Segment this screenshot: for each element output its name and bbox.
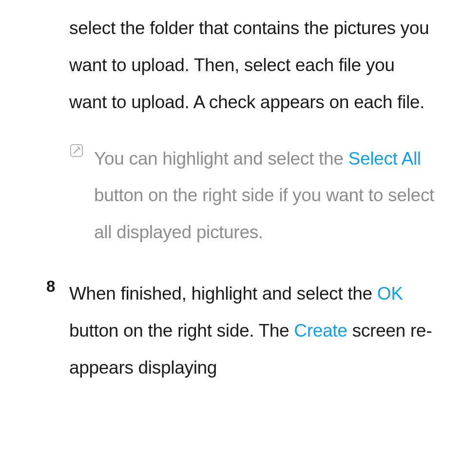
- note-part1: You can highlight and select the: [94, 149, 349, 169]
- step-text: When finished, highlight and select the …: [69, 275, 442, 386]
- note-text: You can highlight and select the Select …: [94, 140, 444, 251]
- note-part2: button on the right side if you want to …: [94, 185, 434, 242]
- svg-line-1: [74, 148, 79, 153]
- instruction-paragraph: select the folder that contains the pict…: [69, 10, 436, 121]
- step-number: 8: [46, 277, 55, 296]
- note-icon: [69, 143, 84, 160]
- create-label: Create: [294, 321, 347, 341]
- step-part2: button on the right side. The: [69, 321, 294, 341]
- note-block: You can highlight and select the Select …: [69, 140, 444, 251]
- step-8-block: 8 When finished, highlight and select th…: [46, 275, 442, 386]
- select-all-label: Select All: [349, 149, 421, 169]
- ok-label: OK: [377, 284, 403, 304]
- step-part1: When finished, highlight and select the: [69, 284, 377, 304]
